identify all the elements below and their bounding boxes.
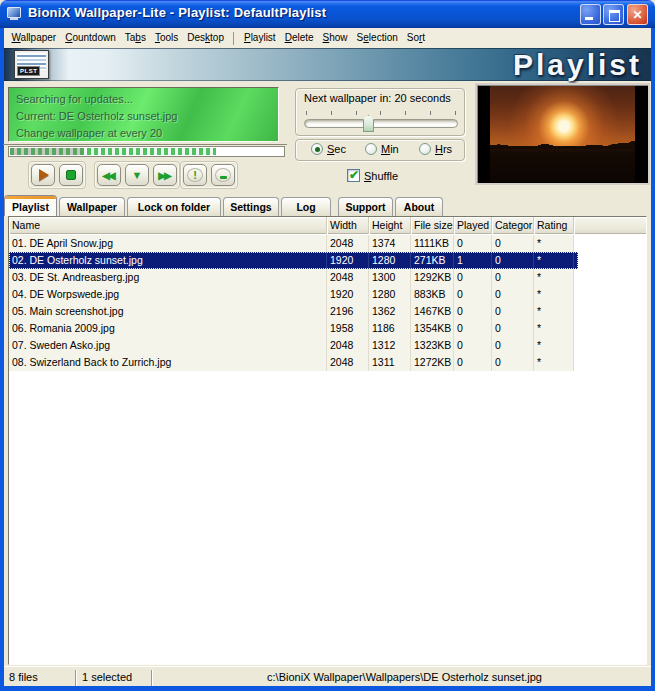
cell-height: 1300 [369, 269, 411, 286]
playlist-file-icon[interactable]: PLST [14, 50, 49, 79]
cell-height: 1186 [369, 320, 411, 337]
minimize-button[interactable] [580, 4, 601, 25]
cell-file-size: 1323KB [411, 337, 454, 354]
transport-group-1 [28, 161, 86, 189]
maximize-button[interactable] [603, 4, 624, 25]
column-header-played[interactable]: Played [454, 217, 492, 234]
cell-file-size: 1467KB [411, 303, 454, 320]
cell-name: 05. Main screenshot.jpg [9, 303, 327, 320]
menu-selection[interactable]: Selection [352, 29, 402, 47]
cell-played: 0 [454, 320, 492, 337]
wallpaper-preview [475, 83, 650, 185]
next-wallpaper-label: Next wallpaper in: 20 seconds [304, 92, 464, 104]
stop-button[interactable] [59, 164, 83, 186]
status-path: c:\BioniX Wallpaper\Wallpapers\DE Osterh… [153, 667, 651, 686]
down-button[interactable]: ▼ [125, 164, 149, 186]
cell-rating: * [534, 252, 574, 269]
cell-categor: 0 [492, 320, 534, 337]
cell-height: 1311 [369, 354, 411, 371]
menu-countdown[interactable]: Countdown [61, 29, 121, 47]
status-line-3: Change wallpaper at every 20 [16, 125, 278, 142]
column-header-filler [574, 217, 646, 234]
menu-playlist[interactable]: Playlist [239, 29, 280, 47]
cell-file-size: 1292KB [411, 269, 454, 286]
radio-min-icon [365, 143, 377, 155]
toolbar-band: PLST Playlist [4, 48, 651, 81]
cell-categor: 0 [492, 269, 534, 286]
alert-button[interactable]: ! [183, 164, 207, 186]
column-header-name[interactable]: Name [9, 217, 327, 234]
progress-bar [8, 146, 285, 157]
shuffle-checkbox[interactable]: ✔ [347, 169, 360, 182]
close-button[interactable] [627, 4, 648, 25]
play-button[interactable] [31, 164, 55, 186]
cell-categor: 0 [492, 252, 534, 269]
column-header-categor[interactable]: Categor [492, 217, 534, 234]
cell-width: 1920 [327, 252, 369, 269]
table-row[interactable]: 05. Main screenshot.jpg219613621467KB00* [9, 303, 574, 320]
tab-settings[interactable]: Settings [223, 197, 279, 216]
cell-name: 07. Sweden Asko.jpg [9, 337, 327, 354]
cell-height: 1280 [369, 286, 411, 303]
radio-hrs-label: Hrs [435, 143, 452, 155]
column-header-file-size[interactable]: File size [411, 217, 454, 234]
playlist-logo: Playlist [513, 48, 642, 81]
status-display: Searching for updates... Current: DE Ost… [8, 87, 279, 142]
table-row[interactable]: 08. Swizerland Back to Zurrich.jpg204813… [9, 354, 574, 371]
interval-slider[interactable] [304, 119, 458, 128]
menu-sort[interactable]: Sort [402, 29, 429, 47]
column-header-height[interactable]: Height [369, 217, 411, 234]
cell-categor: 0 [492, 286, 534, 303]
menu-wallpaper[interactable]: Wallpaper [7, 29, 61, 47]
tab-about[interactable]: About [395, 197, 443, 216]
radio-hrs[interactable]: Hrs [419, 143, 452, 155]
window-title: BioniX Wallpaper-Lite - Playlist: Defaul… [28, 5, 326, 20]
table-row[interactable]: 04. DE Worpswede.jpg19201280883KB00* [9, 286, 574, 303]
tab-lock-on-folder[interactable]: Lock on folder [127, 197, 221, 216]
menu-tabs[interactable]: Tabs [120, 29, 150, 47]
previous-button[interactable]: ◀◀ [97, 164, 121, 186]
window-border-bottom [0, 686, 655, 691]
cell-played: 0 [454, 303, 492, 320]
stop-icon [66, 170, 76, 180]
tab-log[interactable]: Log [281, 197, 331, 216]
tab-support[interactable]: Support [338, 197, 393, 216]
menu-tools[interactable]: Tools [150, 29, 182, 47]
menu-desktop[interactable]: Desktop [183, 29, 229, 47]
menu-show[interactable]: Show [318, 29, 352, 47]
slider-thumb[interactable] [363, 115, 374, 132]
table-row[interactable]: 01. DE April Snow.jpg204813741111KB00* [9, 235, 574, 252]
table-row[interactable]: 02. DE Osterholz sunset.jpg19201280271KB… [9, 252, 578, 269]
cell-width: 1920 [327, 286, 369, 303]
cell-width: 2048 [327, 354, 369, 371]
next-button[interactable]: ▶▶ [153, 164, 177, 186]
status-bar: 8 files 1 selected c:\BioniX Wallpaper\W… [4, 666, 651, 686]
menu-delete[interactable]: Delete [280, 29, 318, 47]
table-row[interactable]: 07. Sweden Asko.jpg204813121323KB00* [9, 337, 574, 354]
column-header-rating[interactable]: Rating [534, 217, 574, 234]
cell-height: 1312 [369, 337, 411, 354]
tab-wallpaper[interactable]: Wallpaper [59, 197, 125, 216]
cell-categor: 0 [492, 303, 534, 320]
title-bar[interactable]: BioniX Wallpaper-Lite - Playlist: Defaul… [0, 0, 655, 28]
playlist-table: NameWidthHeightFile sizePlayedCategorRat… [8, 216, 647, 665]
cell-played: 1 [454, 252, 492, 269]
tab-playlist[interactable]: Playlist [4, 195, 57, 216]
cell-width: 2196 [327, 303, 369, 320]
cell-rating: * [534, 337, 574, 354]
cell-played: 0 [454, 286, 492, 303]
radio-min[interactable]: Min [365, 143, 399, 155]
table-row[interactable]: 06. Romania 2009.jpg195811861354KB00* [9, 320, 574, 337]
minimize-to-tray-button[interactable] [211, 164, 235, 186]
cell-name: 06. Romania 2009.jpg [9, 320, 327, 337]
table-row[interactable]: 03. DE St. Andreasberg.jpg204813001292KB… [9, 269, 574, 286]
table-header: NameWidthHeightFile sizePlayedCategorRat… [9, 217, 646, 234]
cell-categor: 0 [492, 354, 534, 371]
window-border-right [651, 28, 655, 686]
radio-sec[interactable]: Sec [311, 143, 346, 155]
radio-min-label: Min [381, 143, 399, 155]
cell-rating: * [534, 235, 574, 252]
cell-height: 1374 [369, 235, 411, 252]
progress-buffer [10, 148, 84, 155]
column-header-width[interactable]: Width [327, 217, 369, 234]
